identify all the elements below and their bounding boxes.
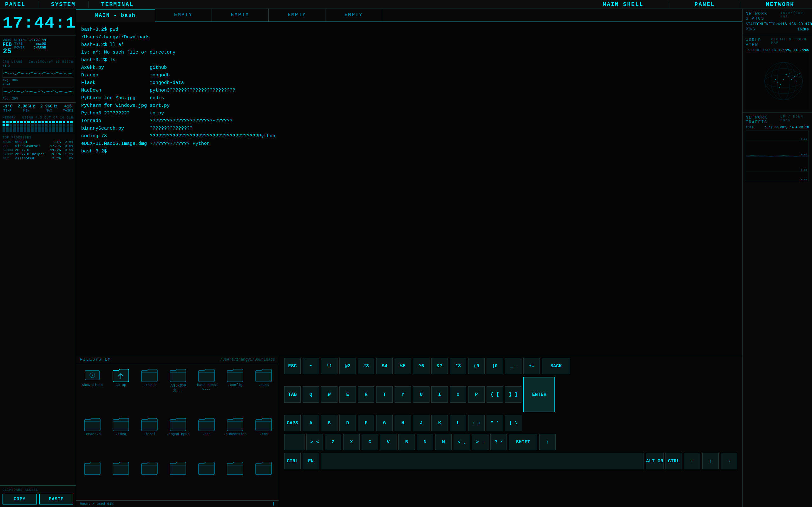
fs-item-19[interactable]: [221, 459, 249, 498]
key-&7[interactable]: &7: [432, 358, 448, 374]
key-x[interactable]: X: [343, 434, 360, 450]
key-|\[interactable]: | \: [505, 415, 521, 431]
key-><[interactable]: > <: [306, 434, 323, 450]
key-z[interactable]: Z: [325, 434, 341, 450]
key-u[interactable]: U: [413, 386, 429, 403]
key-<,[interactable]: < ,: [454, 434, 470, 450]
key-enter[interactable]: ENTER: [523, 377, 555, 412]
key-@2[interactable]: @2: [339, 358, 356, 374]
key-d[interactable]: D: [339, 415, 356, 431]
fs-item-2[interactable]: .Trash: [136, 367, 163, 414]
key-#3[interactable]: #3: [358, 358, 374, 374]
key-_-[interactable]: _-: [505, 358, 521, 374]
fs-item-14[interactable]: [79, 459, 106, 498]
topbar-main-shell[interactable]: MAIN SHELL: [603, 1, 643, 8]
key-←[interactable]: ←: [684, 453, 700, 469]
fs-item-1[interactable]: Go up: [107, 367, 135, 414]
key-n[interactable]: N: [417, 434, 433, 450]
key-back[interactable]: BACK: [542, 358, 570, 374]
topbar-system[interactable]: SYSTEM: [51, 1, 75, 8]
terminal-tab-1[interactable]: EMPTY: [155, 9, 212, 21]
fs-item-7[interactable]: .emacs.d: [79, 416, 106, 458]
key-a[interactable]: A: [303, 415, 319, 431]
fs-item-name: Go up: [115, 383, 126, 387]
key-+=[interactable]: +=: [523, 358, 540, 374]
key-shift[interactable]: SHIFT: [509, 434, 537, 450]
copy-button[interactable]: COPY: [3, 494, 37, 504]
key-!1[interactable]: !1: [321, 358, 338, 374]
terminal-tab-4[interactable]: EMPTY: [325, 9, 382, 21]
key-*8[interactable]: *8: [450, 358, 466, 374]
key-(9[interactable]: (9: [468, 358, 485, 374]
key-space[interactable]: [321, 453, 644, 469]
key-q[interactable]: Q: [303, 386, 319, 403]
key-~[interactable]: `~: [303, 358, 319, 374]
fs-item-10[interactable]: .sogouInput: [164, 416, 192, 458]
key-↑[interactable]: ↑: [539, 434, 556, 450]
key-j[interactable]: J: [413, 415, 429, 431]
key-^6[interactable]: ^6: [413, 358, 429, 374]
key-ctrl[interactable]: CTRL: [665, 453, 682, 469]
paste-button[interactable]: PASTE: [39, 494, 73, 504]
key-$4[interactable]: $4: [376, 358, 393, 374]
key-g[interactable]: G: [376, 415, 393, 431]
key-%5[interactable]: %5: [395, 358, 411, 374]
fs-item-5[interactable]: .config: [221, 367, 249, 414]
key-y[interactable]: Y: [395, 386, 411, 403]
key->.[interactable]: > .: [472, 434, 489, 450]
key-spaceleft[interactable]: [284, 434, 305, 450]
key-tab[interactable]: TAB: [284, 386, 301, 403]
key-caps[interactable]: CAPS: [284, 415, 301, 431]
fs-item-6[interactable]: .cups: [250, 367, 277, 414]
key-h[interactable]: H: [395, 415, 411, 431]
key-:;[interactable]: : ;: [468, 415, 485, 431]
key-t[interactable]: T: [376, 386, 393, 403]
terminal-tab-0[interactable]: MAIN - bash: [76, 9, 155, 22]
key-r[interactable]: R: [358, 386, 374, 403]
key-)0[interactable]: )0: [487, 358, 503, 374]
key-e[interactable]: E: [339, 386, 356, 403]
key-?/[interactable]: ? /: [490, 434, 507, 450]
key-{[[interactable]: { [: [487, 386, 503, 403]
key-altgr[interactable]: ALT GR: [646, 453, 664, 469]
fs-item-3[interactable]: .VBox共享文...: [164, 367, 192, 414]
fs-item-0[interactable]: Show disks: [79, 367, 106, 414]
fs-item-12[interactable]: .subversion: [221, 416, 249, 458]
key-"'[interactable]: " ': [487, 415, 503, 431]
key-p[interactable]: P: [468, 386, 485, 403]
terminal-tab-2[interactable]: EMPTY: [212, 9, 269, 21]
fs-item-18[interactable]: [193, 459, 220, 498]
key-i[interactable]: I: [432, 386, 448, 403]
key-f[interactable]: F: [358, 415, 374, 431]
topbar-terminal[interactable]: TERMINAL: [101, 1, 134, 8]
key-esc[interactable]: ESC: [284, 358, 301, 374]
key-fn[interactable]: FN: [303, 453, 319, 469]
fs-item-17[interactable]: [164, 459, 192, 498]
topbar-panel-right[interactable]: PANEL: [694, 1, 715, 8]
key-c[interactable]: C: [362, 434, 378, 450]
fs-item-20[interactable]: [250, 459, 277, 498]
key-k[interactable]: K: [432, 415, 448, 431]
key-v[interactable]: V: [380, 434, 397, 450]
key-m[interactable]: M: [435, 434, 452, 450]
key-}][interactable]: } ]: [505, 386, 521, 403]
key-w[interactable]: W: [321, 386, 338, 403]
key-ctrl[interactable]: CTRL: [284, 453, 301, 469]
key-l[interactable]: L: [450, 415, 466, 431]
terminal-tab-3[interactable]: EMPTY: [269, 9, 325, 21]
key-↓[interactable]: ↓: [702, 453, 719, 469]
topbar-network[interactable]: NETWORK: [766, 1, 794, 8]
fs-item-13[interactable]: .tmp: [250, 416, 277, 458]
fs-item-16[interactable]: [136, 459, 163, 498]
key-s[interactable]: S: [321, 415, 338, 431]
fs-item-15[interactable]: [107, 459, 135, 498]
fs-item-9[interactable]: .local: [136, 416, 163, 458]
key-b[interactable]: B: [398, 434, 415, 450]
fs-item-4[interactable]: .bash_sessio...: [193, 367, 220, 414]
fs-item-11[interactable]: .ssh: [193, 416, 220, 458]
key-o[interactable]: O: [450, 386, 466, 403]
topbar-panel[interactable]: PANEL: [5, 1, 26, 8]
terminal-output[interactable]: bash-3.2$ pwd/Users/zhangyi/Downloadsbas…: [76, 22, 742, 355]
key-→[interactable]: →: [721, 453, 737, 469]
fs-item-8[interactable]: .idea: [107, 416, 135, 458]
